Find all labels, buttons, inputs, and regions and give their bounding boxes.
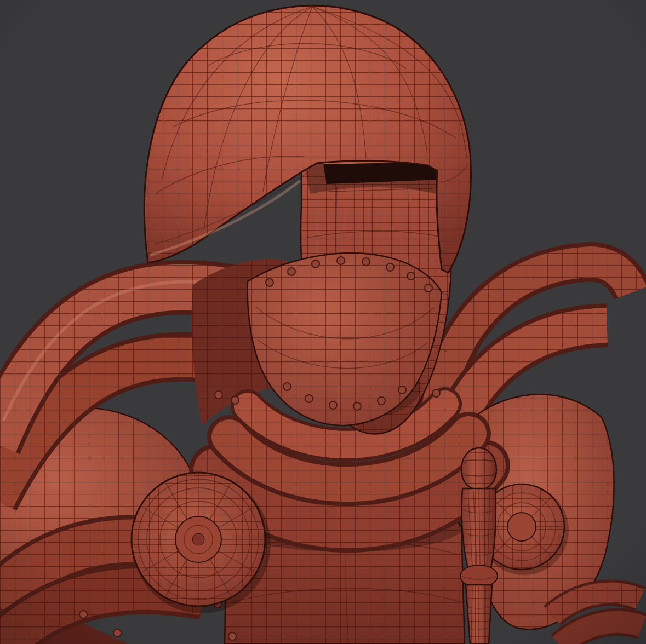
model-canvas <box>0 0 646 644</box>
3d-viewport[interactable] <box>0 0 646 644</box>
vignette-overlay <box>0 0 646 644</box>
